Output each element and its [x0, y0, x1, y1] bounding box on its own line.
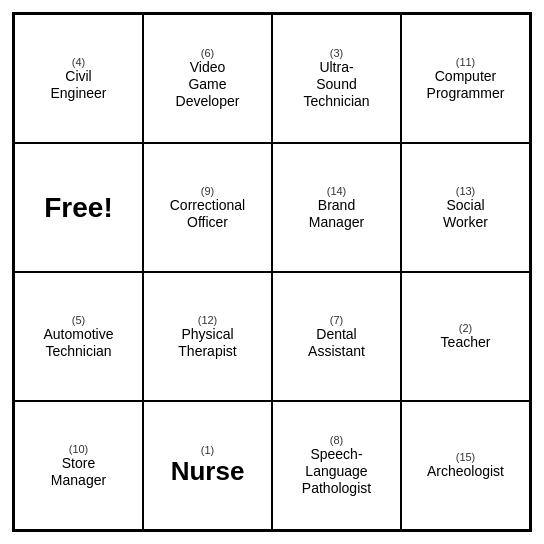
bingo-cell-11: (2)Teacher [401, 272, 530, 401]
cell-number-9: (12) [198, 314, 218, 326]
cell-label-15: Archeologist [427, 463, 504, 480]
cell-number-15: (15) [456, 451, 476, 463]
cell-label-5: CorrectionalOfficer [170, 197, 245, 231]
cell-label-4: Free! [44, 191, 112, 225]
cell-number-13: (1) [201, 444, 214, 456]
bingo-cell-12: (10)StoreManager [14, 401, 143, 530]
cell-label-7: SocialWorker [443, 197, 488, 231]
cell-number-3: (11) [456, 56, 476, 68]
cell-label-1: VideoGameDeveloper [176, 59, 240, 109]
cell-label-11: Teacher [441, 334, 491, 351]
bingo-cell-15: (15)Archeologist [401, 401, 530, 530]
cell-number-10: (7) [330, 314, 343, 326]
cell-label-14: Speech-LanguagePathologist [302, 446, 371, 496]
cell-label-8: AutomotiveTechnician [43, 326, 113, 360]
bingo-card: (4)CivilEngineer(6)VideoGameDeveloper(3)… [12, 12, 532, 532]
cell-label-13: Nurse [171, 456, 245, 487]
bingo-cell-6: (14)BrandManager [272, 143, 401, 272]
cell-number-5: (9) [201, 185, 214, 197]
bingo-cell-1: (6)VideoGameDeveloper [143, 14, 272, 143]
bingo-cell-0: (4)CivilEngineer [14, 14, 143, 143]
cell-number-1: (6) [201, 47, 214, 59]
bingo-cell-5: (9)CorrectionalOfficer [143, 143, 272, 272]
cell-number-11: (2) [459, 322, 472, 334]
bingo-cell-9: (12)PhysicalTherapist [143, 272, 272, 401]
bingo-cell-8: (5)AutomotiveTechnician [14, 272, 143, 401]
bingo-cell-4: Free! [14, 143, 143, 272]
cell-label-0: CivilEngineer [50, 68, 106, 102]
cell-number-12: (10) [69, 443, 89, 455]
cell-label-12: StoreManager [51, 455, 106, 489]
cell-number-6: (14) [327, 185, 347, 197]
cell-label-9: PhysicalTherapist [178, 326, 236, 360]
cell-number-8: (5) [72, 314, 85, 326]
cell-label-2: Ultra-SoundTechnician [303, 59, 369, 109]
bingo-cell-13: (1)Nurse [143, 401, 272, 530]
cell-number-7: (13) [456, 185, 476, 197]
bingo-cell-7: (13)SocialWorker [401, 143, 530, 272]
cell-label-6: BrandManager [309, 197, 364, 231]
cell-number-0: (4) [72, 56, 85, 68]
cell-number-14: (8) [330, 434, 343, 446]
cell-label-3: ComputerProgrammer [427, 68, 505, 102]
bingo-cell-14: (8)Speech-LanguagePathologist [272, 401, 401, 530]
bingo-cell-10: (7)DentalAssistant [272, 272, 401, 401]
bingo-cell-3: (11)ComputerProgrammer [401, 14, 530, 143]
cell-number-2: (3) [330, 47, 343, 59]
bingo-cell-2: (3)Ultra-SoundTechnician [272, 14, 401, 143]
cell-label-10: DentalAssistant [308, 326, 365, 360]
